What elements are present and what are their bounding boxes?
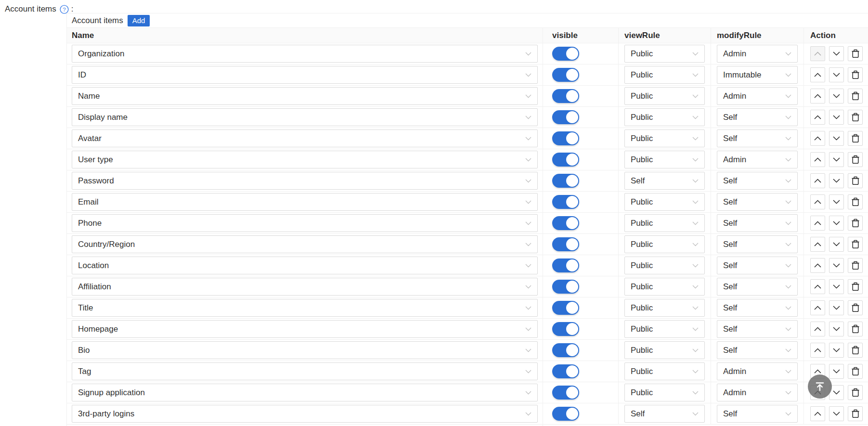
move-up-button[interactable] <box>810 279 825 294</box>
delete-button[interactable] <box>848 343 863 358</box>
delete-button[interactable] <box>848 300 863 315</box>
move-down-button[interactable] <box>829 300 844 315</box>
move-up-button[interactable] <box>810 173 825 188</box>
delete-button[interactable] <box>848 406 863 421</box>
visible-toggle[interactable] <box>552 89 579 103</box>
move-up-button[interactable] <box>810 131 825 146</box>
name-select[interactable]: Organization <box>72 45 538 63</box>
modify-rule-select[interactable]: Self <box>717 320 798 338</box>
move-up-button[interactable] <box>810 343 825 358</box>
visible-toggle[interactable] <box>552 258 579 272</box>
move-down-button[interactable] <box>829 237 844 252</box>
visible-toggle[interactable] <box>552 195 579 209</box>
visible-toggle[interactable] <box>552 364 579 378</box>
modify-rule-select[interactable]: Self <box>717 278 798 296</box>
delete-button[interactable] <box>848 216 863 231</box>
view-rule-select[interactable]: Public <box>624 66 705 84</box>
visible-toggle[interactable] <box>552 280 579 294</box>
visible-toggle[interactable] <box>552 110 579 124</box>
move-up-button[interactable] <box>810 258 825 273</box>
view-rule-select[interactable]: Public <box>624 299 705 317</box>
name-select[interactable]: User type <box>72 151 538 168</box>
delete-button[interactable] <box>848 131 863 146</box>
modify-rule-select[interactable]: Self <box>717 214 798 232</box>
view-rule-select[interactable]: Public <box>624 129 705 147</box>
modify-rule-select[interactable]: Self <box>717 172 798 190</box>
move-down-button[interactable] <box>829 343 844 358</box>
delete-button[interactable] <box>848 385 863 400</box>
move-down-button[interactable] <box>829 364 844 379</box>
delete-button[interactable] <box>848 194 863 209</box>
delete-button[interactable] <box>848 322 863 336</box>
delete-button[interactable] <box>848 173 863 188</box>
modify-rule-select[interactable]: Self <box>717 299 798 317</box>
delete-button[interactable] <box>848 279 863 294</box>
visible-toggle[interactable] <box>552 237 579 251</box>
move-up-button[interactable] <box>810 67 825 82</box>
modify-rule-select[interactable]: Admin <box>717 87 798 105</box>
name-select[interactable]: ID <box>72 66 538 84</box>
name-select[interactable]: Location <box>72 257 538 274</box>
view-rule-select[interactable]: Public <box>624 108 705 126</box>
name-select[interactable]: Bio <box>72 341 538 359</box>
name-select[interactable]: Phone <box>72 214 538 232</box>
view-rule-select[interactable]: Public <box>624 278 705 296</box>
move-down-button[interactable] <box>829 279 844 294</box>
move-up-button[interactable] <box>810 237 825 252</box>
move-up-button[interactable] <box>810 152 825 167</box>
view-rule-select[interactable]: Public <box>624 362 705 380</box>
view-rule-select[interactable]: Public <box>624 193 705 211</box>
view-rule-select[interactable]: Public <box>624 235 705 253</box>
move-up-button[interactable] <box>810 89 825 103</box>
delete-button[interactable] <box>848 237 863 252</box>
modify-rule-select[interactable]: Self <box>717 193 798 211</box>
visible-toggle[interactable] <box>552 131 579 145</box>
visible-toggle[interactable] <box>552 216 579 230</box>
delete-button[interactable] <box>848 152 863 167</box>
view-rule-select[interactable]: Public <box>624 384 705 401</box>
move-up-button[interactable] <box>810 322 825 336</box>
delete-button[interactable] <box>848 46 863 61</box>
delete-button[interactable] <box>848 110 863 125</box>
move-up-button[interactable] <box>810 216 825 231</box>
view-rule-select[interactable]: Public <box>624 341 705 359</box>
name-select[interactable]: Display name <box>72 108 538 126</box>
move-down-button[interactable] <box>829 173 844 188</box>
move-down-button[interactable] <box>829 131 844 146</box>
modify-rule-select[interactable]: Self <box>717 129 798 147</box>
move-down-button[interactable] <box>829 322 844 336</box>
name-select[interactable]: Email <box>72 193 538 211</box>
name-select[interactable]: Password <box>72 172 538 190</box>
move-down-button[interactable] <box>829 67 844 82</box>
visible-toggle[interactable] <box>552 407 579 421</box>
name-select[interactable]: Name <box>72 87 538 105</box>
view-rule-select[interactable]: Public <box>624 320 705 338</box>
name-select[interactable]: Signup application <box>72 384 538 401</box>
name-select[interactable]: Title <box>72 299 538 317</box>
name-select[interactable]: Tag <box>72 362 538 380</box>
name-select[interactable]: Country/Region <box>72 235 538 253</box>
delete-button[interactable] <box>848 258 863 273</box>
move-up-button[interactable] <box>810 300 825 315</box>
visible-toggle[interactable] <box>552 386 579 400</box>
modify-rule-select[interactable]: Admin <box>717 45 798 63</box>
help-icon[interactable]: ? <box>60 5 69 14</box>
visible-toggle[interactable] <box>552 174 579 188</box>
view-rule-select[interactable]: Public <box>624 151 705 168</box>
visible-toggle[interactable] <box>552 68 579 82</box>
back-to-top-button[interactable] <box>808 374 832 399</box>
move-up-button[interactable] <box>810 406 825 421</box>
visible-toggle[interactable] <box>552 301 579 315</box>
move-down-button[interactable] <box>829 46 844 61</box>
move-up-button[interactable] <box>810 194 825 209</box>
modify-rule-select[interactable]: Admin <box>717 384 798 401</box>
modify-rule-select[interactable]: Immutable <box>717 66 798 84</box>
delete-button[interactable] <box>848 89 863 103</box>
modify-rule-select[interactable]: Self <box>717 257 798 274</box>
modify-rule-select[interactable]: Self <box>717 235 798 253</box>
visible-toggle[interactable] <box>552 153 579 167</box>
move-down-button[interactable] <box>829 110 844 125</box>
name-select[interactable]: Affiliation <box>72 278 538 296</box>
modify-rule-select[interactable]: Admin <box>717 151 798 168</box>
view-rule-select[interactable]: Public <box>624 45 705 63</box>
